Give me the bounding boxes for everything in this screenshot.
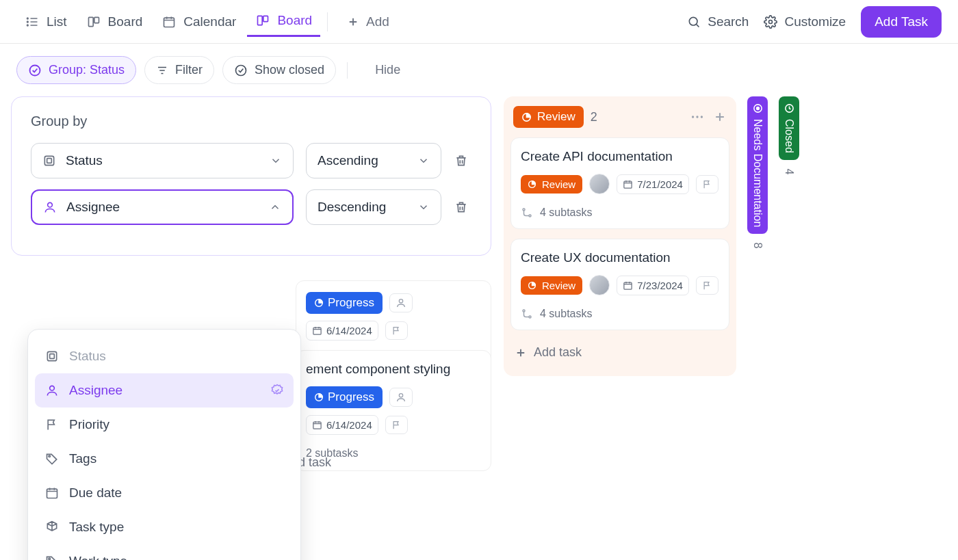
group-field-select-2[interactable]: Assignee: [31, 189, 294, 225]
due-date[interactable]: 7/23/2024: [617, 276, 689, 295]
status-chip-review[interactable]: Review: [513, 106, 584, 128]
group-pill[interactable]: Group: Status: [16, 56, 136, 84]
more-icon[interactable]: [690, 109, 705, 124]
flag-icon[interactable]: [696, 175, 718, 194]
filter-bar: Group: Status Filter Show closed Hide: [0, 44, 958, 96]
subtasks[interactable]: 4 subtasks: [521, 305, 719, 320]
svg-rect-22: [50, 354, 55, 359]
svg-point-37: [523, 310, 525, 312]
assignee-placeholder[interactable]: [389, 388, 413, 407]
flag-icon[interactable]: [385, 321, 408, 340]
svg-point-4: [399, 394, 402, 397]
check-circle-icon: [234, 64, 248, 77]
group-field-dropdown: Status Assignee Priority Tags Due date T…: [27, 329, 301, 560]
task-title: Create UX documentation: [521, 250, 719, 265]
due-date[interactable]: 6/14/2024: [306, 321, 378, 341]
svg-point-38: [529, 316, 531, 318]
status-icon: [44, 349, 60, 363]
add-task-button[interactable]: Add Task: [861, 6, 942, 38]
svg-point-34: [529, 215, 531, 217]
column-count: 4: [783, 168, 795, 174]
svg-point-7: [27, 21, 29, 23]
svg-rect-5: [313, 422, 321, 429]
svg-point-1: [399, 299, 402, 303]
hide-button[interactable]: Hide: [367, 57, 409, 83]
task-card[interactable]: Create UX documentation Review 7/23/2024…: [510, 239, 729, 330]
status-chip-progress: Progress: [306, 292, 383, 314]
filter-pill[interactable]: Filter: [144, 56, 214, 84]
status-chip-progress: Progress: [306, 386, 383, 408]
status-icon: [42, 154, 56, 168]
svg-point-6: [27, 18, 29, 19]
task-card[interactable]: Create API documentation Review 7/21/202…: [510, 137, 729, 229]
group-sort-select-2[interactable]: Descending: [306, 189, 441, 225]
plus-icon[interactable]: [713, 110, 727, 124]
group-field-select-1[interactable]: Status: [31, 143, 294, 178]
svg-rect-21: [47, 351, 56, 360]
svg-point-16: [30, 65, 40, 75]
user-icon: [43, 200, 57, 214]
show-closed-pill[interactable]: Show closed: [222, 56, 336, 84]
view-tab-calendar[interactable]: Calendar: [153, 8, 244, 36]
check-badge-icon: [270, 384, 284, 397]
avatar[interactable]: [589, 174, 610, 194]
dropdown-item-task-type[interactable]: Task type: [35, 510, 294, 544]
cube-icon: [44, 520, 60, 534]
tag-icon: [44, 452, 60, 466]
view-tab-board[interactable]: Board: [78, 8, 151, 36]
search-button[interactable]: Search: [687, 14, 749, 29]
svg-point-26: [49, 558, 51, 560]
svg-rect-19: [47, 159, 52, 163]
task-title[interactable]: ement component styling: [306, 362, 481, 377]
trash-icon[interactable]: [454, 153, 469, 168]
gear-icon: [764, 15, 777, 29]
svg-point-30: [701, 116, 703, 118]
svg-rect-13: [263, 16, 268, 21]
group-by-panel: Group by Status Ascending Assignee Desce…: [11, 96, 491, 256]
svg-rect-32: [624, 181, 632, 188]
view-tab-board-active[interactable]: Board: [247, 6, 320, 37]
tag-icon: [44, 555, 60, 560]
add-task-column[interactable]: Add task: [510, 340, 729, 365]
trash-icon[interactable]: [454, 200, 469, 215]
board-icon: [86, 14, 101, 29]
top-nav: List Board Calendar Board Add Search Cus…: [0, 0, 958, 44]
avatar[interactable]: [589, 275, 610, 295]
svg-point-33: [523, 209, 525, 211]
svg-point-20: [48, 202, 53, 207]
dropdown-item-assignee[interactable]: Assignee: [35, 373, 294, 408]
status-chip-review: Review: [521, 276, 582, 295]
dropdown-item-work-type[interactable]: Work type: [35, 544, 294, 560]
svg-point-8: [27, 25, 29, 26]
calendar-icon: [161, 14, 177, 29]
clock-icon: [784, 103, 794, 114]
list-icon: [25, 14, 40, 29]
flag-icon[interactable]: [385, 416, 408, 434]
dropdown-item-tags[interactable]: Tags: [35, 442, 294, 476]
due-date[interactable]: 6/14/2024: [306, 415, 378, 435]
flag-icon: [44, 418, 60, 431]
chevron-down-icon: [417, 201, 430, 213]
svg-point-29: [696, 116, 698, 118]
assignee-placeholder[interactable]: [389, 293, 413, 312]
flag-icon[interactable]: [696, 276, 718, 295]
add-view-button[interactable]: Add: [339, 8, 398, 36]
plus-icon: [347, 16, 359, 28]
svg-rect-36: [624, 282, 632, 289]
circle-icon: [753, 103, 763, 114]
column-closed-collapsed[interactable]: Closed 4: [779, 96, 799, 376]
calendar-icon: [44, 486, 60, 500]
subtasks[interactable]: 4 subtasks: [521, 204, 719, 219]
svg-rect-11: [164, 18, 174, 27]
filter-icon: [156, 64, 168, 77]
due-date[interactable]: 7/21/2024: [617, 174, 689, 194]
column-count: 8: [751, 243, 764, 249]
dropdown-item-due-date[interactable]: Due date: [35, 476, 294, 510]
svg-rect-9: [88, 17, 93, 26]
column-needs-documentation-collapsed[interactable]: Needs Documentation 8: [747, 96, 768, 376]
group-sort-select-1[interactable]: Ascending: [306, 143, 441, 178]
svg-rect-12: [258, 16, 263, 25]
view-tab-list[interactable]: List: [16, 8, 75, 36]
customize-button[interactable]: Customize: [764, 14, 846, 29]
dropdown-item-priority[interactable]: Priority: [35, 408, 294, 442]
